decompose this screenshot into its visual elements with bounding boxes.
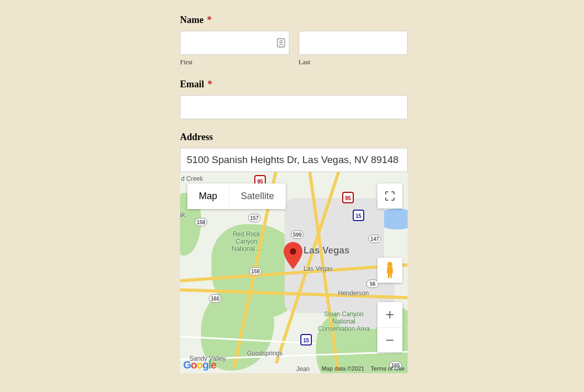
map-label: Red Rock Canyon National… <box>223 230 270 252</box>
route-shield: 158 <box>195 218 207 226</box>
map-zoom-out-button[interactable]: − <box>377 327 402 352</box>
map-zoom-in-button[interactable]: + <box>377 302 402 327</box>
pegman-icon <box>383 261 397 279</box>
address-input[interactable] <box>180 148 408 172</box>
name-label-text: Name <box>180 15 204 25</box>
highway-shield: 15 <box>353 210 364 221</box>
map-label: d Creek <box>181 175 203 182</box>
first-name-input[interactable] <box>180 31 289 55</box>
email-required-marker: * <box>208 79 212 89</box>
route-shield: 160 <box>209 294 221 303</box>
map-fullscreen-button[interactable] <box>377 183 402 209</box>
address-field-group: Address d Creek ak Red Rock Canyon Natio… <box>180 132 408 373</box>
name-label: Name * <box>180 15 408 26</box>
map-zoom-control: + − <box>377 302 402 352</box>
route-shield: 599 <box>291 230 304 239</box>
email-label-text: Email <box>180 79 204 89</box>
map-label: Sloan Canyon National Conservation Area <box>315 310 373 332</box>
svg-point-3 <box>387 262 392 267</box>
map-type-map-button[interactable]: Map <box>187 183 229 209</box>
map-type-satellite-button[interactable]: Satellite <box>229 183 286 209</box>
fullscreen-icon <box>385 191 395 201</box>
email-label: Email * <box>180 79 408 90</box>
last-name-input[interactable] <box>299 31 408 55</box>
last-name-sublabel: Last <box>299 58 408 66</box>
route-shield: 159 <box>249 267 262 275</box>
map-label: Las Vegas <box>304 265 333 272</box>
name-required-marker: * <box>207 15 211 25</box>
highway-shield: 95 <box>342 192 354 203</box>
map-label: ak <box>180 211 185 218</box>
address-label: Address <box>180 132 408 143</box>
map-label: Jean <box>296 365 310 373</box>
google-logo: Google <box>183 359 216 371</box>
highway-shield: 15 <box>300 334 312 345</box>
map-label: Goodsprings <box>247 350 283 357</box>
map-type-toggle: Map Satellite <box>187 183 286 209</box>
map-footer: Map data ©2021 Terms of Use <box>322 365 405 372</box>
map-attribution: Map data ©2021 <box>322 365 365 372</box>
first-name-sublabel: First <box>180 58 289 66</box>
route-shield: 147 <box>368 235 381 243</box>
map-city-label: Las Vegas <box>304 245 350 256</box>
route-shield: 157 <box>248 214 261 222</box>
email-field-group: Email * <box>180 79 408 119</box>
map-label: Henderson <box>338 290 369 297</box>
map-streetview-button[interactable] <box>377 258 402 283</box>
address-map[interactable]: d Creek ak Red Rock Canyon National… Las… <box>180 172 408 373</box>
map-terms-link[interactable]: Terms of Use <box>370 365 405 372</box>
email-input[interactable] <box>180 95 408 119</box>
name-field-group: Name * First Last <box>180 15 408 66</box>
